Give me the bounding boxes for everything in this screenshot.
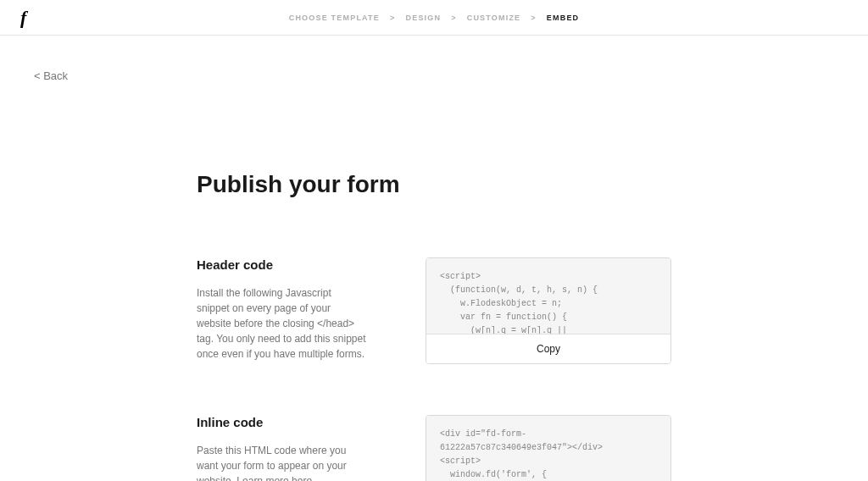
breadcrumb-customize[interactable]: CUSTOMIZE — [467, 14, 521, 22]
inline-code-desc: Paste this HTML code where you want your… — [197, 443, 366, 481]
back-button[interactable]: < Back — [34, 69, 68, 82]
header-code-copy-button[interactable]: Copy — [426, 334, 670, 363]
inline-code-box-wrap: <div id="fd-form- 61222a57c87c340649e3f0… — [426, 415, 671, 481]
breadcrumb-design[interactable]: DESIGN — [406, 14, 442, 22]
logo[interactable]: f — [20, 7, 26, 29]
breadcrumb-embed[interactable]: EMBED — [547, 14, 580, 22]
header-code-title: Header code — [197, 257, 366, 272]
inline-code-snippet[interactable]: <div id="fd-form- 61222a57c87c340649e3f0… — [426, 416, 670, 481]
inline-code-info: Inline code Paste this HTML code where y… — [197, 415, 366, 481]
header-code-info: Header code Install the following Javasc… — [197, 257, 366, 364]
header-code-section: Header code Install the following Javasc… — [197, 257, 671, 364]
header-code-box-wrap: <script> (function(w, d, t, h, s, n) { w… — [426, 257, 671, 364]
learn-more-link[interactable]: here. — [292, 475, 314, 481]
inline-code-box: <div id="fd-form- 61222a57c87c340649e3f0… — [426, 415, 671, 481]
breadcrumb-choose-template[interactable]: CHOOSE TEMPLATE — [289, 14, 380, 22]
inline-code-section: Inline code Paste this HTML code where y… — [197, 415, 671, 481]
header-code-box: <script> (function(w, d, t, h, s, n) { w… — [426, 257, 671, 364]
breadcrumb: CHOOSE TEMPLATE > DESIGN > CUSTOMIZE > E… — [289, 14, 580, 22]
main-content: Publish your form Header code Install th… — [197, 36, 671, 481]
chevron-right-icon: > — [531, 14, 536, 22]
inline-code-desc-text: Paste this HTML code where you want your… — [197, 445, 347, 481]
page-title: Publish your form — [197, 171, 671, 198]
header-code-desc: Install the following Javascript snippet… — [197, 285, 366, 362]
header: f CHOOSE TEMPLATE > DESIGN > CUSTOMIZE >… — [0, 0, 868, 36]
inline-code-title: Inline code — [197, 415, 366, 429]
header-code-snippet[interactable]: <script> (function(w, d, t, h, s, n) { w… — [426, 258, 670, 334]
chevron-right-icon: > — [451, 14, 456, 22]
chevron-right-icon: > — [390, 14, 395, 22]
